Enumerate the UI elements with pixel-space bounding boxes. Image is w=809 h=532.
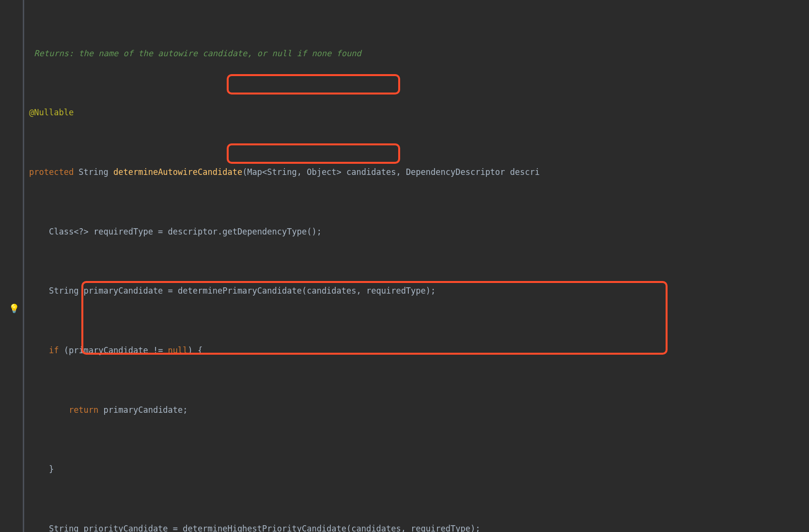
code-text: String priorityCandidate =: [49, 524, 183, 532]
code-line[interactable]: @Nullable: [29, 104, 809, 121]
code-text: primaryCandidate;: [104, 405, 188, 415]
annotation-highlight-box: [227, 143, 400, 164]
keyword: protected: [29, 167, 78, 177]
code-text: candidates, requiredType);: [307, 286, 436, 296]
code-text: ) {: [188, 345, 203, 355]
code-line[interactable]: }: [29, 460, 809, 478]
null-literal: null: [168, 345, 188, 355]
code-text: String primaryCandidate =: [49, 286, 178, 296]
keyword: return: [69, 405, 104, 415]
code-line[interactable]: protected String determineAutowireCandid…: [29, 163, 809, 181]
code-editor[interactable]: 💡 Returns: the name of the autowire cand…: [0, 0, 809, 532]
editor-gutter: 💡: [0, 0, 24, 532]
code-line[interactable]: Class<?> requiredType = descriptor.getDe…: [29, 223, 809, 240]
brace: }: [49, 464, 54, 474]
javadoc-text: Returns: the name of the autowire candid…: [29, 48, 361, 58]
code-line[interactable]: Returns: the name of the autowire candid…: [29, 45, 809, 62]
code-text: (primaryCandidate !=: [64, 345, 168, 355]
code-line[interactable]: String priorityCandidate = determineHigh…: [29, 520, 809, 532]
code-text: Class<?> requiredType = descriptor.getDe…: [49, 227, 322, 236]
code-area[interactable]: Returns: the name of the autowire candid…: [24, 0, 809, 532]
method-call: determinePrimaryCandidate(: [178, 286, 307, 296]
code-line[interactable]: if (primaryCandidate != null) {: [29, 342, 809, 359]
method-declaration: determineAutowireCandidate: [113, 167, 242, 177]
annotation: @Nullable: [29, 108, 74, 117]
code-text: (candidates, requiredType);: [346, 524, 480, 532]
type: String: [78, 167, 113, 177]
method-call: determineHighestPriorityCandidate: [183, 524, 346, 532]
code-line[interactable]: String primaryCandidate = determinePrima…: [29, 282, 809, 299]
annotation-highlight-box: [227, 74, 400, 94]
code-line[interactable]: return primaryCandidate;: [29, 401, 809, 419]
intention-bulb-icon[interactable]: 💡: [9, 301, 19, 316]
params: (Map<String, Object> candidates, Depende…: [242, 167, 540, 177]
keyword: if: [49, 345, 64, 355]
